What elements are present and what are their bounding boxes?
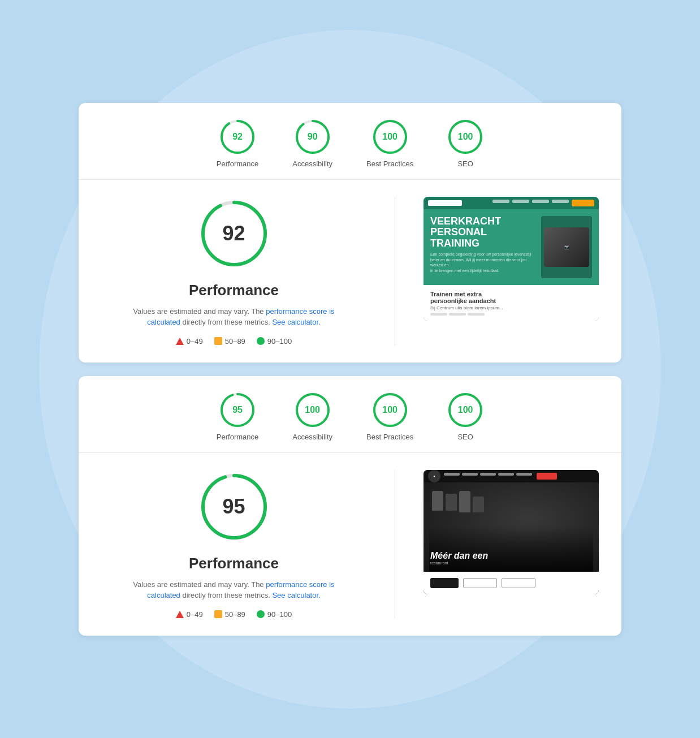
- perf-title-1: Performance: [189, 282, 279, 299]
- score-circle-bestpractices-2: 100: [372, 392, 408, 428]
- triangle-icon-1: [176, 338, 184, 345]
- scores-row-1: 92 Performance 90 Accessibility: [79, 103, 621, 180]
- veerkracht-section-text: Bij Centrum ulla blam lorem ipsum...: [430, 305, 592, 310]
- restaurant-header: ●: [424, 470, 599, 482]
- legend-1: 0–49 50–89 90–100: [176, 337, 292, 346]
- score-accessibility-2: 100 Accessibility: [292, 392, 332, 441]
- score-label-performance-1: Performance: [217, 159, 258, 168]
- right-panel-1: VEERKRACHT PERSONAL TRAINING Een complet…: [424, 197, 599, 321]
- nav-item-4: [552, 200, 569, 203]
- legend-good-1: 90–100: [257, 337, 292, 346]
- legend-good-2: 90–100: [257, 610, 292, 619]
- dot-3: [468, 313, 485, 316]
- veerkracht-hero-text: VEERKRACHT PERSONAL TRAINING Een complet…: [430, 216, 537, 278]
- divider-2: [395, 470, 395, 619]
- veerkracht-cta: [572, 200, 594, 206]
- left-panel-1: 92 Performance Values are estimated and …: [101, 197, 366, 346]
- restaurant-logo: ●: [428, 470, 440, 482]
- rest-nav-1: [444, 473, 460, 476]
- score-label-accessibility-2: Accessibility: [292, 433, 332, 441]
- nav-item-2: [512, 200, 529, 203]
- legend-range-avg-2: 50–89: [225, 610, 245, 619]
- veerkracht-hero: VEERKRACHT PERSONAL TRAINING Een complet…: [424, 209, 599, 285]
- legend-range-fail-1: 0–49: [187, 337, 203, 346]
- dot-1: [430, 313, 447, 316]
- restaurant-text: Méér dan een restaurant: [430, 551, 488, 565]
- restaurant-preview: ●: [424, 470, 599, 594]
- veerkracht-dots: [430, 313, 592, 316]
- veerkracht-section-title: Trainen met extra persoonlijke aandacht: [430, 291, 592, 304]
- big-circle-2: 95: [197, 470, 271, 543]
- legend-2: 0–49 50–89 90–100: [176, 610, 292, 619]
- veerkracht-hero-title: VEERKRACHT PERSONAL TRAINING: [430, 216, 537, 249]
- legend-fail-1: 0–49: [176, 337, 203, 346]
- score-value-seo-2: 100: [458, 405, 473, 415]
- legend-average-1: 50–89: [214, 337, 245, 346]
- score-performance-1: 92 Performance: [217, 119, 258, 168]
- perf-desc-1: Values are estimated and may vary. The p…: [127, 306, 342, 328]
- legend-average-2: 50–89: [214, 610, 245, 619]
- rest-nav-3: [480, 473, 496, 476]
- rest-bottom-btn-3: [502, 578, 535, 588]
- lighthouse-card-2: 95 Performance 100 Accessibility: [79, 376, 621, 636]
- calculator-link-1[interactable]: See calculator.: [272, 318, 320, 326]
- score-value-seo-1: 100: [458, 132, 473, 142]
- score-value-bestpractices-2: 100: [382, 405, 397, 415]
- veerkracht-hero-image: 📷: [541, 216, 592, 278]
- rest-bottom-btn-2: [463, 578, 497, 588]
- perf-title-2: Performance: [189, 555, 279, 572]
- score-value-performance-1: 92: [232, 132, 243, 142]
- veerkracht-hero-subtitle: Een complete begeleiding voor uw persoon…: [430, 252, 537, 274]
- circle-icon-1: [257, 337, 265, 345]
- screenshot-restaurant: ●: [424, 470, 599, 594]
- legend-range-good-2: 90–100: [267, 610, 292, 619]
- legend-range-avg-1: 50–89: [225, 337, 245, 346]
- rest-nav-2: [462, 473, 478, 476]
- calculator-link-2[interactable]: See calculator.: [272, 591, 320, 599]
- scores-row-2: 95 Performance 100 Accessibility: [79, 376, 621, 453]
- score-bestpractices-1: 100 Best Practices: [366, 119, 413, 168]
- veerkracht-preview: VEERKRACHT PERSONAL TRAINING Een complet…: [424, 197, 599, 321]
- big-score-1: 92: [222, 222, 245, 245]
- score-value-performance-2: 95: [232, 405, 243, 415]
- big-circle-1: 92: [197, 197, 271, 270]
- rest-order-btn: [537, 473, 557, 480]
- big-score-2: 95: [222, 495, 245, 519]
- veerkracht-section: Trainen met extra persoonlijke aandacht …: [424, 285, 599, 321]
- score-label-seo-1: SEO: [457, 159, 473, 168]
- score-value-bestpractices-1: 100: [382, 132, 397, 142]
- square-icon-1: [214, 337, 222, 345]
- gradient-overlay: [429, 526, 593, 572]
- outer-circle: 92 Performance 90 Accessibility: [39, 30, 661, 709]
- score-accessibility-1: 90 Accessibility: [292, 119, 332, 168]
- score-label-bestpractices-1: Best Practices: [366, 159, 413, 168]
- score-circle-bestpractices-1: 100: [372, 119, 408, 155]
- veerkracht-logo: [428, 200, 462, 206]
- dot-2: [449, 313, 466, 316]
- score-circle-accessibility-2: 100: [295, 392, 331, 428]
- card-body-2: 95 Performance Values are estimated and …: [79, 453, 621, 636]
- restaurant-hero: Méér dan een restaurant: [424, 482, 599, 572]
- nav-item-3: [532, 200, 549, 203]
- legend-range-fail-2: 0–49: [187, 610, 203, 619]
- circle-icon-2: [257, 610, 265, 618]
- square-icon-2: [214, 610, 222, 618]
- score-label-performance-2: Performance: [217, 433, 258, 441]
- score-performance-2: 95 Performance: [217, 392, 258, 441]
- score-circle-performance-1: 92: [219, 119, 256, 155]
- triangle-icon-2: [176, 611, 184, 618]
- left-panel-2: 95 Performance Values are estimated and …: [101, 470, 366, 619]
- score-circle-accessibility-1: 90: [295, 119, 331, 155]
- restaurant-bottom: [424, 572, 599, 594]
- divider-1: [395, 197, 395, 346]
- score-circle-seo-1: 100: [447, 119, 483, 155]
- restaurant-nav: [444, 473, 557, 480]
- rest-bottom-btn-1: [430, 578, 459, 588]
- score-value-accessibility-2: 100: [305, 405, 320, 415]
- lighthouse-card-1: 92 Performance 90 Accessibility: [79, 103, 621, 362]
- right-panel-2: ●: [424, 470, 599, 594]
- veerkracht-header: [424, 197, 599, 209]
- score-value-accessibility-1: 90: [308, 132, 318, 142]
- score-circle-seo-2: 100: [447, 392, 483, 428]
- rest-nav-4: [498, 473, 514, 476]
